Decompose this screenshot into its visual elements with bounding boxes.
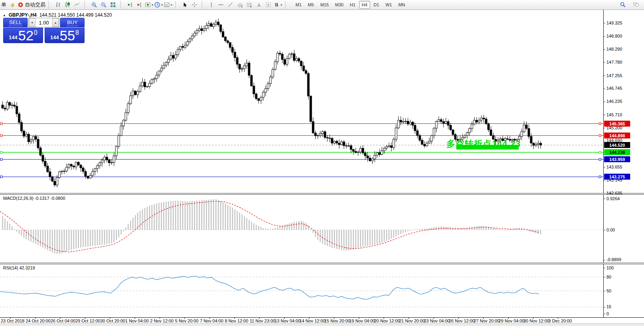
time-tick-label: 1 Nov 04:00 bbox=[125, 318, 149, 323]
dropdown-caret-icon[interactable]: ▾ bbox=[152, 3, 153, 7]
price-tick-label: 148.290 bbox=[606, 47, 622, 51]
vertical-line-button[interactable] bbox=[207, 1, 216, 9]
line-handle[interactable] bbox=[0, 123, 2, 125]
time-tick-label: 11 Nov 23:00 bbox=[250, 318, 275, 323]
price-tick-label: 145.710 bbox=[606, 112, 622, 117]
price-tick bbox=[604, 115, 605, 115]
horizontal-line-button[interactable] bbox=[217, 1, 225, 9]
dropdown-caret-icon[interactable]: ▾ bbox=[281, 3, 282, 7]
price-tick bbox=[604, 102, 605, 102]
timeframe-m15[interactable]: M15 bbox=[318, 1, 331, 9]
time-scale[interactable]: 23 Oct 201824 Oct 20:0026 Oct 04:0029 Oc… bbox=[0, 318, 603, 323]
fibonacci-icon: F bbox=[246, 2, 252, 8]
line-handle[interactable] bbox=[0, 158, 2, 160]
indicators-button[interactable]: ▾ bbox=[145, 1, 153, 9]
trendline-button[interactable] bbox=[226, 1, 235, 9]
rsi-indicator-label: RSI(14) 42.3219 bbox=[3, 265, 35, 270]
templates-button[interactable]: ▾ bbox=[164, 1, 172, 9]
sell-button[interactable]: SELL bbox=[3, 18, 28, 27]
label-button[interactable]: T bbox=[264, 1, 273, 9]
tile-windows-icon bbox=[110, 2, 116, 8]
zoom-out-button[interactable] bbox=[99, 1, 108, 9]
volume-stepper[interactable]: ▼ 1.00 ▲ bbox=[28, 18, 59, 27]
line-handle[interactable] bbox=[599, 135, 601, 136]
crosshair-icon bbox=[191, 2, 198, 8]
candlestick-chart-button[interactable] bbox=[63, 1, 72, 9]
volume-increase-button[interactable]: ▲ bbox=[52, 18, 59, 27]
line-handle[interactable] bbox=[0, 176, 2, 178]
zoom-in-button[interactable] bbox=[90, 1, 98, 9]
periods-button[interactable]: ▾ bbox=[154, 1, 163, 9]
buy-button-label: BUY bbox=[66, 19, 79, 26]
auto-scroll-button[interactable] bbox=[126, 1, 134, 9]
line-handle[interactable] bbox=[599, 152, 601, 154]
dropdown-caret-icon[interactable]: ▾ bbox=[161, 3, 163, 7]
line-handle[interactable] bbox=[599, 176, 601, 178]
arrows-button[interactable]: ▾ bbox=[273, 1, 282, 9]
line-chart-button[interactable] bbox=[73, 1, 81, 9]
order-button[interactable]: 单 bbox=[0, 1, 8, 8]
price-tick-label: 146.235 bbox=[606, 99, 622, 104]
timeframe-bar: M1M5M15M30H1H4D1W1MN bbox=[292, 1, 408, 9]
main-chart-pane[interactable] bbox=[0, 10, 603, 193]
macd-pane[interactable] bbox=[0, 195, 603, 263]
collapse-arrow-icon[interactable]: ▲ bbox=[3, 13, 6, 17]
timeframe-d1[interactable]: D1 bbox=[371, 1, 382, 9]
candles-icon bbox=[64, 2, 71, 8]
price-tick-label: 147.255 bbox=[606, 73, 622, 78]
time-tick-label: 23 Nov 04:00 bbox=[424, 318, 450, 323]
text-button[interactable]: A bbox=[254, 1, 263, 9]
price-level-label-144.520: 144.520 bbox=[604, 142, 630, 148]
dropdown-caret-icon[interactable]: ▾ bbox=[171, 3, 172, 7]
price-scale[interactable]: 149.325148.800148.290147.780147.255146.7… bbox=[604, 0, 644, 326]
price-tick bbox=[604, 89, 605, 89]
svg-text:A: A bbox=[257, 2, 261, 8]
line-handle[interactable] bbox=[0, 135, 2, 136]
timeframe-m30[interactable]: M30 bbox=[332, 1, 346, 9]
pane-separator[interactable] bbox=[0, 263, 644, 264]
time-tick-label: 5 Nov 20:00 bbox=[175, 318, 198, 323]
templates-icon bbox=[164, 2, 170, 8]
macd-scale-tick bbox=[604, 199, 605, 199]
time-tick-label: 29 Nov 04:00 bbox=[499, 318, 524, 323]
line-handle[interactable] bbox=[599, 158, 601, 160]
svg-text:E: E bbox=[241, 5, 243, 8]
bar-chart-button[interactable] bbox=[54, 1, 62, 9]
toolbar-separator bbox=[48, 1, 52, 8]
price-tick bbox=[604, 23, 605, 23]
timeframe-w1[interactable]: W1 bbox=[383, 1, 395, 9]
horizontal-line-objects[interactable] bbox=[0, 123, 603, 178]
rsi-pane[interactable] bbox=[0, 264, 603, 317]
volume-decrease-button[interactable]: ▼ bbox=[29, 18, 36, 27]
fibonacci-button[interactable]: F bbox=[245, 1, 254, 9]
chart-shift-button[interactable] bbox=[135, 1, 144, 9]
line-handle[interactable] bbox=[0, 152, 2, 154]
crosshair-button[interactable] bbox=[190, 1, 199, 9]
cursor-button[interactable] bbox=[181, 1, 189, 9]
line-handle[interactable] bbox=[599, 123, 601, 125]
gold-icon bbox=[9, 2, 15, 8]
timeframe-h4[interactable]: H4 bbox=[359, 1, 370, 9]
pane-separator[interactable] bbox=[0, 193, 644, 195]
volume-value[interactable]: 1.00 bbox=[36, 18, 52, 27]
buy-button[interactable]: BUY bbox=[60, 18, 85, 27]
rsi-scale-tick bbox=[604, 277, 605, 277]
buy-price-display[interactable]: 144558 bbox=[45, 28, 85, 43]
one-click-trading-panel: SELL ▼ 1.00 ▲ BUY 144520 144558 bbox=[3, 18, 85, 43]
channel-button[interactable]: E bbox=[235, 1, 244, 9]
macd-scale-tick bbox=[604, 260, 605, 260]
tile-windows-button[interactable] bbox=[109, 1, 117, 9]
buy-price-sup: 8 bbox=[75, 30, 79, 36]
timeframe-m5[interactable]: M5 bbox=[305, 1, 316, 9]
autotrade-toggle[interactable]: 自动交易 bbox=[17, 1, 45, 9]
time-tick-label: 30 Nov 12:00 bbox=[523, 318, 549, 323]
timeframe-h1[interactable]: H1 bbox=[347, 1, 358, 9]
gold-ingot-icon[interactable] bbox=[8, 1, 17, 9]
sell-price-display[interactable]: 144520 bbox=[3, 28, 43, 43]
timeframe-m1[interactable]: M1 bbox=[293, 1, 304, 9]
timeframe-mn[interactable]: MN bbox=[395, 1, 408, 9]
channel-icon: E bbox=[237, 2, 243, 8]
pivot-highlight-bar[interactable] bbox=[456, 145, 519, 150]
time-tick-label: 26 Nov 12:00 bbox=[449, 318, 475, 323]
text-a-icon: A bbox=[256, 2, 262, 8]
